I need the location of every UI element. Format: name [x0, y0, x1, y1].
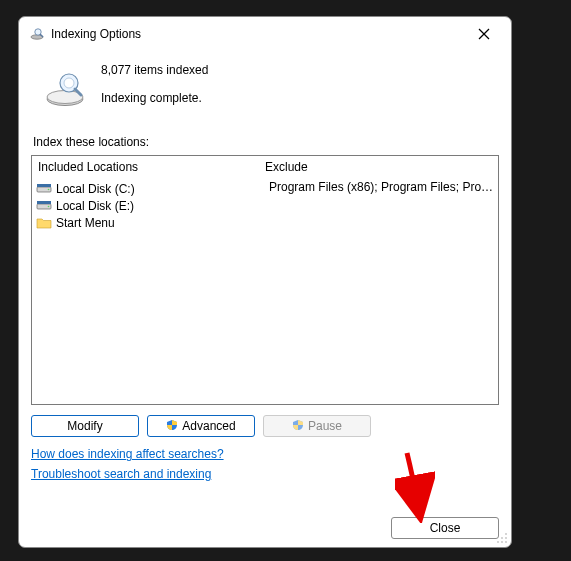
locations-list: Included Locations Exclude Local Disk ( — [31, 155, 499, 405]
pause-label: Pause — [308, 419, 342, 433]
help-links: How does indexing affect searches? Troub… — [31, 447, 499, 481]
shield-icon — [166, 419, 178, 434]
location-label: Local Disk (C:) — [56, 182, 135, 196]
disk-icon — [36, 181, 52, 197]
locations-headers: Included Locations Exclude — [32, 156, 498, 178]
status-text: 8,077 items indexed Indexing complete. — [101, 61, 208, 119]
svg-point-12 — [48, 188, 50, 190]
pause-button: Pause — [263, 415, 371, 437]
help-link-how[interactable]: How does indexing affect searches? — [31, 447, 224, 461]
modify-button[interactable]: Modify — [31, 415, 139, 437]
svg-point-21 — [497, 541, 499, 543]
exclude-text: Program Files (x86); Program Files; Prog… — [269, 180, 494, 194]
status-row: 8,077 items indexed Indexing complete. — [31, 55, 499, 119]
svg-point-8 — [64, 78, 74, 88]
locations-label: Index these locations: — [33, 135, 499, 149]
svg-rect-11 — [37, 184, 51, 187]
indexing-progress-label: Indexing complete. — [101, 91, 208, 105]
svg-point-17 — [505, 537, 507, 539]
action-buttons: Modify Advanced — [31, 415, 499, 437]
disk-icon — [36, 198, 52, 214]
location-label: Start Menu — [56, 216, 115, 230]
advanced-button[interactable]: Advanced — [147, 415, 255, 437]
close-footer-button[interactable]: Close — [391, 517, 499, 539]
dialog-content: 8,077 items indexed Indexing complete. I… — [19, 49, 511, 547]
shield-icon — [292, 419, 304, 434]
svg-point-20 — [501, 541, 503, 543]
indexing-options-dialog: Indexing Options 8,077 items indexed — [18, 16, 512, 548]
svg-point-15 — [48, 205, 50, 207]
dialog-title: Indexing Options — [51, 27, 469, 41]
svg-point-16 — [505, 533, 507, 535]
close-icon — [478, 28, 490, 40]
help-link-troubleshoot[interactable]: Troubleshoot search and indexing — [31, 467, 211, 481]
svg-rect-14 — [37, 201, 51, 204]
titlebar: Indexing Options — [19, 17, 511, 49]
indexing-icon — [29, 26, 45, 42]
resize-grip[interactable] — [496, 532, 508, 544]
svg-point-18 — [501, 537, 503, 539]
indexing-big-icon — [41, 65, 89, 113]
svg-point-19 — [505, 541, 507, 543]
location-label: Local Disk (E:) — [56, 199, 134, 213]
folder-icon — [36, 215, 52, 231]
close-button[interactable] — [469, 23, 499, 45]
list-item[interactable]: Local Disk (C:) — [36, 180, 261, 197]
dialog-footer: Close — [31, 507, 499, 539]
advanced-label: Advanced — [182, 419, 235, 433]
list-item[interactable]: Start Menu — [36, 214, 261, 231]
items-indexed-label: 8,077 items indexed — [101, 63, 208, 77]
list-item[interactable]: Local Disk (E:) — [36, 197, 261, 214]
header-exclude[interactable]: Exclude — [265, 160, 492, 174]
header-included[interactable]: Included Locations — [38, 160, 265, 174]
